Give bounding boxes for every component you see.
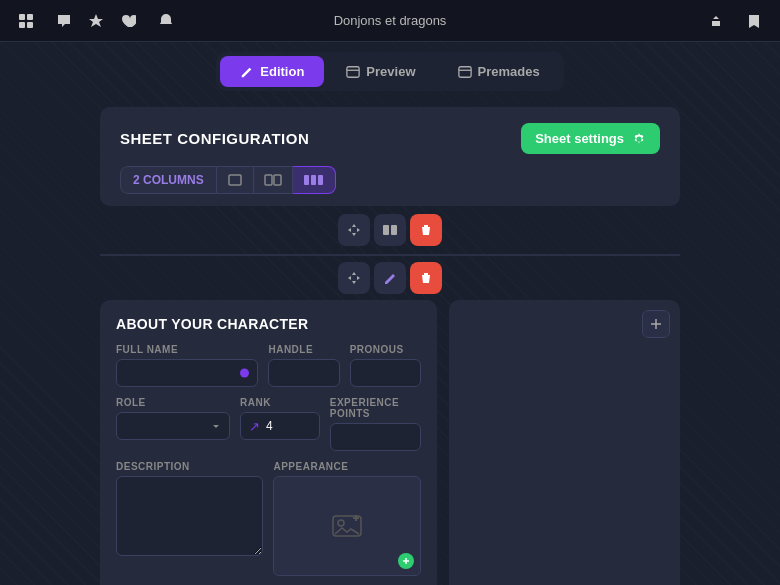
full-name-label: FULL NAME <box>116 344 258 355</box>
sheet-settings-button[interactable]: Sheet settings <box>521 123 660 154</box>
col-layout-double[interactable] <box>254 166 293 194</box>
sheet-config-area: SHEET CONFIGURATION Sheet settings 2 COL… <box>100 107 680 206</box>
main-content: ABOUT YOUR CHARACTER FULL NAME HANDLE PR… <box>100 300 680 585</box>
rank-field: RANK ↗ 4 <box>240 397 320 451</box>
handle-label: HANDLE <box>268 344 339 355</box>
star-icon[interactable] <box>82 7 110 35</box>
role-label: ROLE <box>116 397 230 408</box>
svg-rect-4 <box>347 66 359 77</box>
columns-selector: 2 COLUMNS <box>120 166 336 194</box>
description-label: DESCRIPTION <box>116 461 263 472</box>
block-delete-button[interactable] <box>410 262 442 294</box>
block-edit-button[interactable] <box>374 262 406 294</box>
description-textarea[interactable] <box>116 476 263 556</box>
svg-rect-13 <box>318 175 323 185</box>
tab-preview[interactable]: Preview <box>326 56 435 87</box>
col-layout-single[interactable] <box>217 166 254 194</box>
form-row-3: DESCRIPTION APPEARANCE <box>116 461 421 576</box>
row-move-button[interactable] <box>338 214 370 246</box>
block-actions <box>0 262 780 294</box>
rank-label: RANK <box>240 397 320 408</box>
svg-rect-3 <box>27 22 33 28</box>
heart-icon[interactable] <box>114 7 142 35</box>
role-field: ROLE <box>116 397 230 451</box>
description-field: DESCRIPTION <box>116 461 263 576</box>
appearance-image[interactable] <box>273 476 420 576</box>
svg-rect-9 <box>265 175 272 185</box>
svg-point-17 <box>338 520 344 526</box>
svg-rect-15 <box>391 225 397 235</box>
image-add-dot[interactable] <box>398 553 414 569</box>
svg-rect-1 <box>27 14 33 20</box>
appearance-label: APPEARANCE <box>273 461 420 472</box>
section-divider <box>100 254 680 256</box>
svg-rect-14 <box>383 225 389 235</box>
columns-label-button[interactable]: 2 COLUMNS <box>120 166 217 194</box>
handle-field: HANDLE <box>268 344 339 387</box>
sheet-config-title: SHEET CONFIGURATION <box>120 130 309 147</box>
exp-input[interactable] <box>330 423 421 451</box>
block-move-button[interactable] <box>338 262 370 294</box>
col-layout-triple[interactable] <box>293 166 336 194</box>
share-icon[interactable] <box>702 7 730 35</box>
right-block <box>449 300 680 585</box>
sheet-config-header: SHEET CONFIGURATION Sheet settings <box>120 123 660 154</box>
tab-premades[interactable]: Premades <box>438 56 560 87</box>
form-row-2: ROLE RANK ↗ 4 EXPERIENCE POINTS <box>116 397 421 451</box>
svg-rect-12 <box>311 175 316 185</box>
action-icons-group <box>50 7 142 35</box>
role-input[interactable] <box>116 412 230 440</box>
svg-rect-10 <box>274 175 281 185</box>
row-actions <box>0 214 780 246</box>
top-bar: Donjons et dragons <box>0 0 780 42</box>
bell-icon[interactable] <box>152 7 180 35</box>
char-block-title: ABOUT YOUR CHARACTER <box>116 316 421 332</box>
character-block: ABOUT YOUR CHARACTER FULL NAME HANDLE PR… <box>100 300 437 585</box>
appearance-field: APPEARANCE <box>273 461 420 576</box>
form-row-1: FULL NAME HANDLE PRONOUS <box>116 344 421 387</box>
row-delete-button[interactable] <box>410 214 442 246</box>
full-name-input[interactable] <box>116 359 258 387</box>
rank-input[interactable]: ↗ 4 <box>240 412 320 440</box>
svg-rect-11 <box>304 175 309 185</box>
tab-edition[interactable]: Edition <box>220 56 324 87</box>
exp-field: EXPERIENCE POINTS <box>330 397 421 451</box>
pronous-field: PRONOUS <box>350 344 421 387</box>
pronous-label: PRONOUS <box>350 344 421 355</box>
top-bar-left <box>12 7 180 35</box>
grid-icon[interactable] <box>12 7 40 35</box>
nav-tabs: Edition Preview Premades <box>0 42 780 99</box>
app-title: Donjons et dragons <box>334 13 447 28</box>
svg-rect-8 <box>229 175 241 185</box>
svg-rect-6 <box>458 66 470 77</box>
tab-group: Edition Preview Premades <box>216 52 563 91</box>
svg-rect-0 <box>19 14 25 20</box>
svg-rect-2 <box>19 22 25 28</box>
right-block-add-button[interactable] <box>642 310 670 338</box>
pronous-input[interactable] <box>350 359 421 387</box>
exp-label: EXPERIENCE POINTS <box>330 397 421 419</box>
handle-input[interactable] <box>268 359 339 387</box>
top-bar-right <box>702 7 768 35</box>
bookmark-icon[interactable] <box>740 7 768 35</box>
row-split-button[interactable] <box>374 214 406 246</box>
full-name-field: FULL NAME <box>116 344 258 387</box>
chat-icon[interactable] <box>50 7 78 35</box>
